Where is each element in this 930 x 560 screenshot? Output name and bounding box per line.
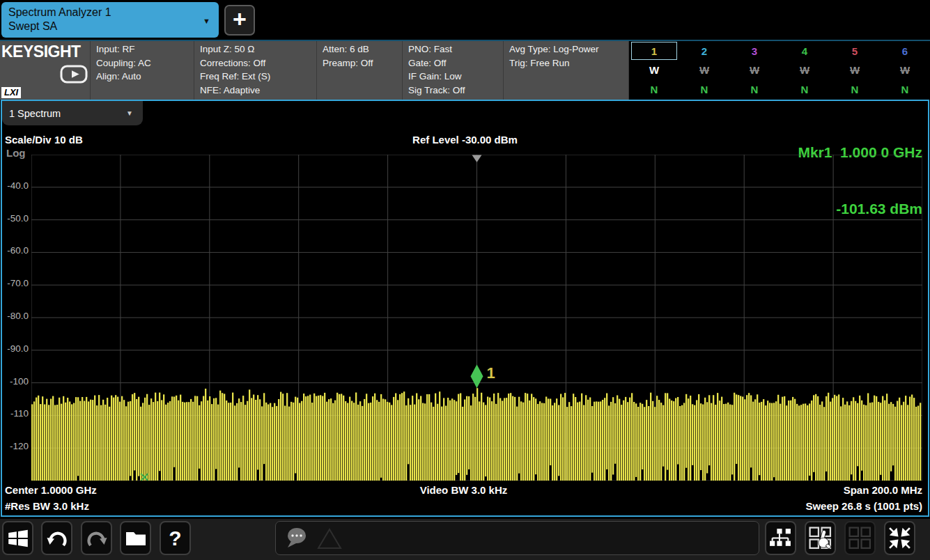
ref-level-label[interactable]: Ref Level -30.00 dBm xyxy=(2,134,928,146)
help-button[interactable]: ? xyxy=(160,521,191,555)
log-scale-label: Log xyxy=(6,147,26,159)
header-setting-line[interactable]: Coupling: AC xyxy=(96,56,188,70)
marker-1-label: 1 xyxy=(487,364,495,382)
header-setting-line[interactable]: PNO: Fast xyxy=(408,42,497,56)
continuous-sweep-icon[interactable] xyxy=(60,65,88,86)
trace-detector-state[interactable]: W xyxy=(880,60,930,79)
trace-detector-state[interactable]: W xyxy=(830,60,880,79)
trace-detector-state[interactable]: W xyxy=(679,60,729,79)
window-selector-dropdown[interactable]: 1 Spectrum ▼ xyxy=(2,101,143,125)
trace-detector-state[interactable]: W xyxy=(729,60,780,79)
redo-button[interactable] xyxy=(81,521,112,555)
sweep-annotation[interactable]: Sweep 26.8 s (1001 pts) xyxy=(805,500,922,512)
y-axis-tick: -50.0 xyxy=(2,213,29,227)
display-area: 1 Spectrum ▼ Mkr1 1.000 0 GHz -101.63 dB… xyxy=(1,100,929,517)
y-axis-tick: -40.0 xyxy=(2,180,29,194)
keysight-logo: KEYSIGHT xyxy=(0,41,90,61)
trace-column-3[interactable]: 3WN xyxy=(729,41,780,100)
spectrum-plot[interactable]: 1 xyxy=(31,155,922,481)
window-layout-button[interactable] xyxy=(765,521,796,555)
trace-number[interactable]: 3 xyxy=(731,42,777,60)
center-frequency-annotation[interactable]: Center 1.0000 GHz xyxy=(5,484,97,496)
chevron-down-icon[interactable]: ▼ xyxy=(203,17,210,25)
annotation-row-2: #Res BW 3.0 kHz Sweep 26.8 s (1001 pts) xyxy=(5,500,922,514)
y-axis-tick: -90.0 xyxy=(2,343,29,357)
header-col-avg[interactable]: Avg Type: Log-PowerTrig: Free Run xyxy=(503,41,628,100)
y-axis-tick: -80.0 xyxy=(2,311,29,325)
chevron-down-icon: ▼ xyxy=(126,109,133,117)
settings-header: KEYSIGHT LXI Input: RFCoupling: ACAlign:… xyxy=(0,40,930,100)
header-setting-line[interactable]: Freq Ref: Ext (S) xyxy=(200,70,311,84)
trace-normalize-state[interactable]: N xyxy=(880,79,930,99)
trace-column-6[interactable]: 6WN xyxy=(880,41,930,100)
header-setting-line[interactable]: Trig: Free Run xyxy=(509,56,623,70)
y-axis-tick: -100 xyxy=(2,376,29,390)
trace-number[interactable]: 6 xyxy=(882,42,928,60)
header-setting-line[interactable]: IF Gain: Low xyxy=(408,70,497,84)
trace-normalize-state[interactable]: N xyxy=(830,79,880,99)
spectrum-analyzer-app: Spectrum Analyzer 1 Swept SA ▼ + KEYSIGH… xyxy=(0,0,930,560)
trace-table: 1WN2WN3WN4WN5WN6WN xyxy=(628,41,930,100)
trace-normalize-state[interactable]: N xyxy=(729,79,780,99)
app-tab-spectrum-analyzer[interactable]: Spectrum Analyzer 1 Swept SA ▼ xyxy=(1,2,219,38)
span-annotation[interactable]: Span 200.0 MHz xyxy=(844,484,922,496)
trace-column-4[interactable]: 4WN xyxy=(780,41,830,100)
trace-number[interactable]: 4 xyxy=(782,42,828,60)
header-setting-line[interactable]: Input: RF xyxy=(96,42,188,56)
header-setting-line[interactable]: Corrections: Off xyxy=(200,56,311,70)
message-bar[interactable] xyxy=(275,521,759,555)
video-bw-annotation[interactable]: Video BW 3.0 kHz xyxy=(420,484,508,496)
lxi-badge: LXI xyxy=(1,87,21,98)
keysight-panel: KEYSIGHT LXI xyxy=(0,41,90,100)
y-axis-tick: -120 xyxy=(2,441,29,455)
annotation-row-1: Center 1.0000 GHz Video BW 3.0 kHz Span … xyxy=(5,484,922,498)
trace-column-5[interactable]: 5WN xyxy=(830,41,880,100)
window-select-button[interactable] xyxy=(805,521,836,555)
marker-1-diamond-icon[interactable] xyxy=(471,364,483,388)
trace-normalize-state[interactable]: N xyxy=(780,79,830,99)
header-col-atten[interactable]: Atten: 6 dBPreamp: Off xyxy=(316,41,402,100)
question-mark-icon: ? xyxy=(169,527,181,550)
window-layout-tree-icon xyxy=(769,527,792,550)
trace-column-2[interactable]: 2WN xyxy=(679,41,729,100)
triangle-outline-icon xyxy=(316,527,343,554)
header-setting-line[interactable]: NFE: Adaptive xyxy=(200,84,311,98)
ref-level-indicator-icon xyxy=(472,155,482,163)
trace-normalize-state[interactable]: N xyxy=(679,79,729,99)
trace-number[interactable]: 5 xyxy=(832,42,878,60)
trace-detector-state[interactable]: W xyxy=(780,60,830,79)
header-setting-line[interactable]: Avg Type: Log-Power xyxy=(509,42,623,56)
header-setting-line[interactable]: Align: Auto xyxy=(96,70,188,84)
header-setting-line[interactable]: Preamp: Off xyxy=(323,56,396,70)
trace-column-1[interactable]: 1WN xyxy=(629,41,679,100)
open-file-button[interactable] xyxy=(120,521,151,555)
window-selector-label: 1 Spectrum xyxy=(9,108,61,119)
tab-bar: Spectrum Analyzer 1 Swept SA ▼ + xyxy=(0,0,930,40)
header-setting-line[interactable]: Sig Track: Off xyxy=(408,84,497,98)
app-tab-subtitle: Swept SA xyxy=(8,20,202,33)
app-tab-title: Spectrum Analyzer 1 xyxy=(8,6,202,20)
trace-detector-state[interactable]: W xyxy=(629,60,679,79)
undo-button[interactable] xyxy=(41,521,72,555)
header-setting-line[interactable]: Atten: 6 dB xyxy=(323,42,396,56)
collapse-view-button[interactable] xyxy=(884,521,915,555)
trace-number[interactable]: 1 xyxy=(631,42,677,60)
res-bw-annotation[interactable]: #Res BW 3.0 kHz xyxy=(5,500,89,512)
speech-bubble-icon[interactable] xyxy=(283,526,313,554)
header-col-input[interactable]: Input: RFCoupling: ACAlign: Auto xyxy=(90,41,194,100)
undo-arrow-icon xyxy=(46,527,68,550)
y-axis-tick: -60.0 xyxy=(2,245,29,259)
header-setting-line[interactable]: Input Z: 50 Ω xyxy=(200,42,311,56)
header-col-pno[interactable]: PNO: FastGate: OffIF Gain: LowSig Track:… xyxy=(402,41,503,100)
y-axis-tick: -110 xyxy=(2,408,29,422)
header-setting-line[interactable]: Gate: Off xyxy=(408,56,497,70)
window-grid-button xyxy=(844,521,876,555)
add-tab-button[interactable]: + xyxy=(224,5,255,36)
window-grid-icon xyxy=(848,526,872,550)
open-folder-icon xyxy=(124,527,148,550)
trace-normalize-state[interactable]: N xyxy=(629,79,679,99)
trace-number[interactable]: 2 xyxy=(681,42,727,60)
windows-start-button[interactable] xyxy=(2,521,33,555)
windows-logo-icon xyxy=(6,527,30,550)
header-col-impedance[interactable]: Input Z: 50 ΩCorrections: OffFreq Ref: E… xyxy=(194,41,316,100)
